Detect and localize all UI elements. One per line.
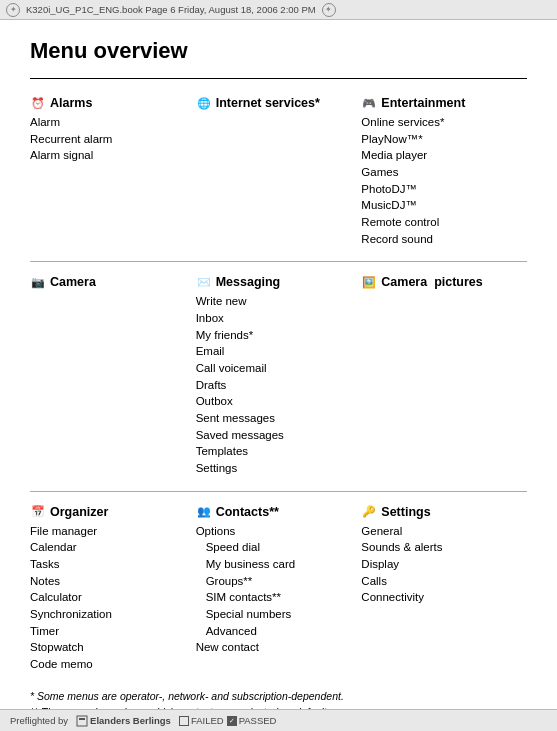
list-item: My friends* <box>196 327 354 344</box>
list-item: PlayNow™* <box>361 131 519 148</box>
list-item: Alarm signal <box>30 147 188 164</box>
menu-row-2: 📷 Camera ✉️ Messaging Write new Inbox My… <box>30 268 527 484</box>
printer-icon <box>76 715 88 727</box>
camera-icon: 📷 <box>30 274 46 290</box>
list-item: Outbox <box>196 393 354 410</box>
row-divider-2 <box>30 491 527 492</box>
list-item: Record sound <box>361 231 519 248</box>
list-item: Connectivity <box>361 589 519 606</box>
organizer-title: Organizer <box>50 505 108 519</box>
organizer-icon: 📅 <box>30 504 46 520</box>
section-camera-header: 📷 Camera <box>30 274 188 290</box>
page-title: Menu overview <box>30 38 527 64</box>
list-item: Settings <box>196 460 354 477</box>
header-circle-left: ✦ <box>6 3 20 17</box>
list-item: General <box>361 523 519 540</box>
camera-title: Camera <box>50 275 96 289</box>
entertainment-title: Entertainment <box>381 96 465 110</box>
list-item: Templates <box>196 443 354 460</box>
row-divider-1 <box>30 261 527 262</box>
top-header-bar: ✦ K320i_UG_P1C_ENG.book Page 6 Friday, A… <box>0 0 557 20</box>
list-item: Calculator <box>30 589 188 606</box>
section-settings: 🔑 Settings General Sounds & alerts Displ… <box>361 498 527 681</box>
list-item: New contact <box>196 639 354 656</box>
list-item: Remote control <box>361 214 519 231</box>
list-item: My business card <box>196 556 354 573</box>
contacts-icon: 👥 <box>196 504 212 520</box>
camera-pictures-icon: 🖼️ <box>361 274 377 290</box>
list-item: Speed dial <box>196 539 354 556</box>
contacts-items: Options Speed dial My business card Grou… <box>196 523 354 656</box>
main-content: Menu overview ⏰ Alarms Alarm Recurrent a… <box>0 20 557 709</box>
section-organizer: 📅 Organizer File manager Calendar Tasks … <box>30 498 196 681</box>
preflight-text: Preflighted by <box>10 715 68 726</box>
camera-pictures-title: Camera pictures <box>381 275 482 289</box>
settings-items: General Sounds & alerts Display Calls Co… <box>361 523 519 606</box>
list-item: Tasks <box>30 556 188 573</box>
list-item: Calendar <box>30 539 188 556</box>
section-entertainment-header: 🎮 Entertainment <box>361 95 519 111</box>
list-item: Sounds & alerts <box>361 539 519 556</box>
footnote-1: * Some menus are operator-, network- and… <box>30 689 527 705</box>
list-item: Inbox <box>196 310 354 327</box>
list-item: Drafts <box>196 377 354 394</box>
list-item: Calls <box>361 573 519 590</box>
messaging-items: Write new Inbox My friends* Email Call v… <box>196 293 354 476</box>
settings-title: Settings <box>381 505 430 519</box>
list-item: Synchronization <box>30 606 188 623</box>
list-item: Special numbers <box>196 606 354 623</box>
list-item: Recurrent alarm <box>30 131 188 148</box>
entertainment-icon: 🎮 <box>361 95 377 111</box>
menu-row-1: ⏰ Alarms Alarm Recurrent alarm Alarm sig… <box>30 89 527 255</box>
list-item: Options <box>196 523 354 540</box>
company-logo: Elanders Berlings <box>76 715 171 727</box>
failed-check: FAILED <box>179 715 224 726</box>
list-item: SIM contacts** <box>196 589 354 606</box>
globe-icon: 🌐 <box>196 95 212 111</box>
failed-checkbox <box>179 716 189 726</box>
section-messaging: ✉️ Messaging Write new Inbox My friends*… <box>196 268 362 484</box>
passed-label: PASSED <box>239 715 277 726</box>
internet-title: Internet services* <box>216 96 320 110</box>
list-item: Groups** <box>196 573 354 590</box>
list-item: Email <box>196 343 354 360</box>
passed-check: ✓ PASSED <box>227 715 277 726</box>
section-settings-header: 🔑 Settings <box>361 504 519 520</box>
failed-label: FAILED <box>191 715 224 726</box>
list-item: PhotoDJ™ <box>361 181 519 198</box>
bottom-footer-bar: Preflighted by Elanders Berlings FAILED … <box>0 709 557 731</box>
settings-icon: 🔑 <box>361 504 377 520</box>
list-item: Saved messages <box>196 427 354 444</box>
list-item: Advanced <box>196 623 354 640</box>
list-item: Games <box>361 164 519 181</box>
list-item: File manager <box>30 523 188 540</box>
list-item: MusicDJ™ <box>361 197 519 214</box>
preflight-status: FAILED ✓ PASSED <box>179 715 277 726</box>
messaging-title: Messaging <box>216 275 281 289</box>
alarm-icon: ⏰ <box>30 95 46 111</box>
section-contacts-header: 👥 Contacts** <box>196 504 354 520</box>
contacts-title: Contacts** <box>216 505 279 519</box>
list-item: Display <box>361 556 519 573</box>
passed-checkbox: ✓ <box>227 716 237 726</box>
list-item: Media player <box>361 147 519 164</box>
alarms-items: Alarm Recurrent alarm Alarm signal <box>30 114 188 164</box>
section-messaging-header: ✉️ Messaging <box>196 274 354 290</box>
svg-rect-0 <box>77 716 87 726</box>
company-name: Elanders Berlings <box>90 715 171 726</box>
section-internet: 🌐 Internet services* <box>196 89 362 255</box>
title-divider <box>30 78 527 79</box>
section-contacts: 👥 Contacts** Options Speed dial My busin… <box>196 498 362 681</box>
page-wrapper: ✦ K320i_UG_P1C_ENG.book Page 6 Friday, A… <box>0 0 557 731</box>
section-camera-pictures-header: 🖼️ Camera pictures <box>361 274 519 290</box>
organizer-items: File manager Calendar Tasks Notes Calcul… <box>30 523 188 673</box>
menu-row-3: 📅 Organizer File manager Calendar Tasks … <box>30 498 527 681</box>
list-item: Timer <box>30 623 188 640</box>
messaging-icon: ✉️ <box>196 274 212 290</box>
svg-rect-1 <box>79 718 85 720</box>
section-internet-header: 🌐 Internet services* <box>196 95 354 111</box>
section-alarms-header: ⏰ Alarms <box>30 95 188 111</box>
list-item: Alarm <box>30 114 188 131</box>
section-organizer-header: 📅 Organizer <box>30 504 188 520</box>
section-entertainment: 🎮 Entertainment Online services* PlayNow… <box>361 89 527 255</box>
